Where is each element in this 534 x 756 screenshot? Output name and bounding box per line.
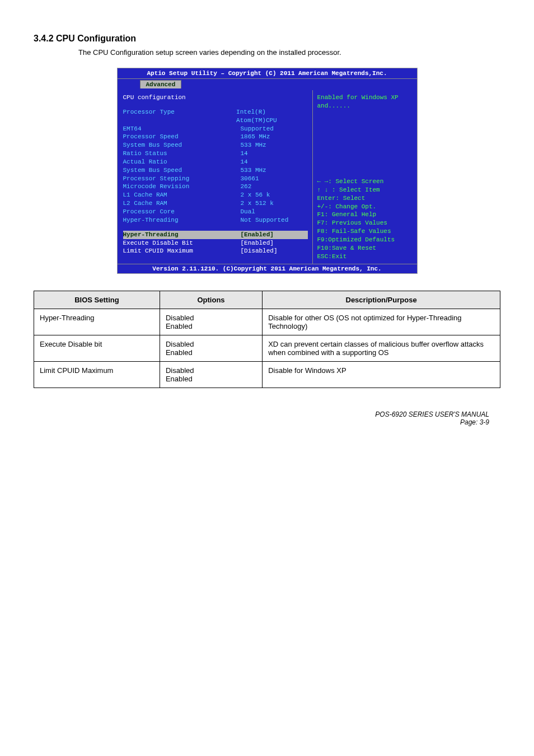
row-value: Intel(R) Atom(TM)CPU <box>236 108 307 125</box>
row-value: Dual <box>241 208 255 216</box>
editable-value: [Enabled] <box>241 231 274 239</box>
table-row: Limit CPUID Maximum Disabled Enabled Dis… <box>34 362 500 388</box>
row-label: L2 Cache RAM <box>123 199 241 208</box>
row-value: 533 MHz <box>241 141 266 150</box>
row-label: Hyper-Threading <box>123 216 241 225</box>
help-nav-line: ← →: Select Screen <box>317 178 413 186</box>
row-value: 2 x 512 k <box>241 199 274 208</box>
row-value: 1865 MHz <box>241 133 270 141</box>
cell-desc: Disable for other OS (OS not optimized f… <box>263 309 500 335</box>
help-nav-line: F10:Save & Reset <box>317 244 413 253</box>
row-label: Processor Speed <box>123 133 241 141</box>
row-value: 30661 <box>241 175 259 183</box>
section-heading: 3.4.2 CPU Configuration <box>34 34 500 44</box>
row-value: 533 MHz <box>241 166 266 175</box>
bios-main-panel: CPU configuration Processor TypeIntel(R)… <box>118 90 313 264</box>
help-nav-line: ↑ ↓ : Select Item <box>317 186 413 194</box>
section-subtitle: The CPU Configuration setup screen varie… <box>78 48 500 57</box>
row-label: Processor Stepping <box>123 175 241 183</box>
bios-tab-row: Advanced <box>118 79 417 90</box>
row-value: 262 <box>241 183 252 191</box>
row-label: Microcode Revision <box>123 183 241 191</box>
options-table: BIOS Setting Options Description/Purpose… <box>34 291 500 388</box>
bios-screenshot: Aptio Setup Utility – Copyright (C) 2011… <box>117 68 418 274</box>
cell-options: Disabled Enabled <box>160 362 262 388</box>
table-row: Execute Disable bit Disabled Enabled XD … <box>34 335 500 362</box>
row-label: System Bus Speed <box>123 141 241 150</box>
cell-setting: Limit CPUID Maximum <box>34 362 160 388</box>
cell-options: Disabled Enabled <box>160 335 262 362</box>
cell-desc: XD can prevent certain classes of malici… <box>263 335 500 362</box>
cell-setting: Hyper-Threading <box>34 309 160 335</box>
footer-page-number: Page: 3-9 <box>34 418 500 426</box>
row-label: EMT64 <box>123 125 241 133</box>
row-label: Processor Core <box>123 208 241 216</box>
cell-options: Disabled Enabled <box>160 309 262 335</box>
footer-manual-title: POS-6920 SERIES USER'S MANUAL <box>34 410 500 418</box>
help-nav-line: F9:Optimized Defaults <box>317 236 413 244</box>
help-nav-line: F1: General Help <box>317 211 413 219</box>
editable-value: [Disabled] <box>241 247 278 255</box>
editable-label: Limit CPUID Maximum <box>123 247 241 255</box>
table-row: Hyper-Threading Disabled Enabled Disable… <box>34 309 500 335</box>
cpu-config-title: CPU configuration <box>123 94 241 102</box>
help-description: Enabled for Windows XP and...... <box>317 94 413 178</box>
row-value: 14 <box>241 150 248 158</box>
row-label: System Bus Speed <box>123 166 241 175</box>
help-nav-line: +/-: Change Opt. <box>317 203 413 211</box>
row-label: Processor Type <box>123 108 237 125</box>
cell-setting: Execute Disable bit <box>34 335 160 362</box>
editable-value: [Enabled] <box>241 239 274 248</box>
row-value: Supported <box>241 125 274 133</box>
help-nav-line: F7: Previous Values <box>317 219 413 227</box>
bios-footer: Version 2.11.1210. (C)Copyright 2011 Ame… <box>118 264 417 273</box>
table-header: BIOS Setting <box>34 291 160 309</box>
row-label: L1 Cache RAM <box>123 191 241 199</box>
help-nav-line: Enter: Select <box>317 194 413 203</box>
bios-help-panel: Enabled for Windows XP and...... ← →: Se… <box>313 90 417 264</box>
table-header: Options <box>160 291 262 309</box>
row-value: Not Supported <box>241 216 289 225</box>
editable-label: Execute Disable Bit <box>123 239 241 248</box>
cell-desc: Disable for Windows XP <box>263 362 500 388</box>
bios-title-bar: Aptio Setup Utility – Copyright (C) 2011… <box>118 68 417 79</box>
row-value: 2 x 56 k <box>241 191 270 199</box>
help-nav-line: ESC:Exit <box>317 253 413 261</box>
row-label: Ratio Status <box>123 150 241 158</box>
help-nav-line: F8: Fail-Safe Values <box>317 227 413 236</box>
row-value: 14 <box>241 158 248 166</box>
table-header: Description/Purpose <box>263 291 500 309</box>
bios-tab-advanced: Advanced <box>140 80 182 88</box>
editable-label: Hyper-Threading <box>123 231 241 239</box>
row-label: Actual Ratio <box>123 158 241 166</box>
